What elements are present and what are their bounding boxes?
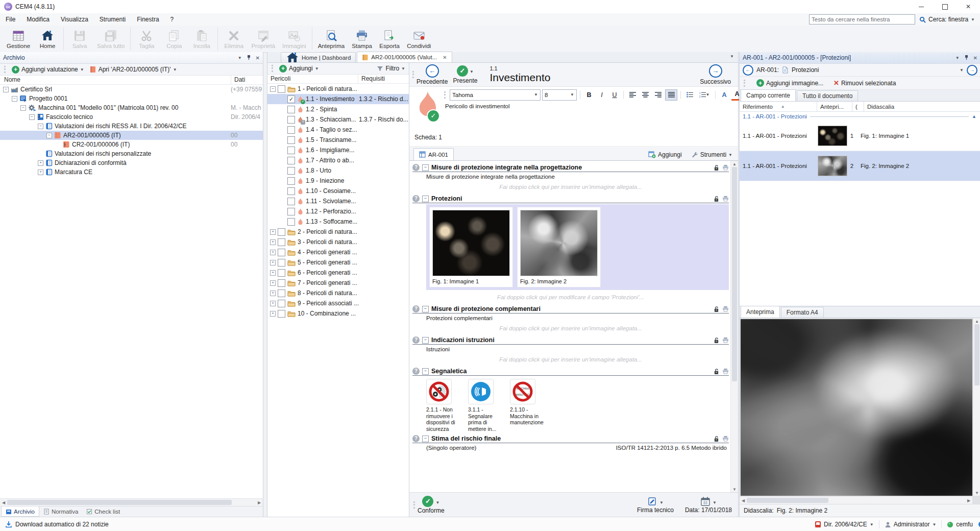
previous-button[interactable]: ← Precedente [416,64,448,85]
open-document-button[interactable]: Apri 'AR2-001/000005 (IT)' ▼ [88,65,179,74]
hazard-checkbox[interactable] [287,136,295,144]
incolla-button[interactable]: Incolla [188,26,215,52]
collapse-section-icon[interactable]: − [422,368,429,375]
filter-button[interactable]: Filtro ▼ [375,64,407,73]
lock-icon[interactable] [714,368,719,375]
back-field-icon[interactable]: ← [743,65,753,76]
scroll-right-icon[interactable]: ▶ [256,499,263,505]
collapse-section-icon[interactable]: − [422,337,429,344]
status-message[interactable]: Download automatico di 22 notizie [5,521,109,528]
proprietà-button[interactable]: Proprietà [248,26,279,52]
hazard-checkbox[interactable] [278,228,285,236]
column-requisiti[interactable]: Requisiti [358,75,385,83]
preview-vertical-scrollbar[interactable]: ▲ ▼ [973,318,980,496]
scroll-up-icon[interactable]: ▲ [973,318,980,324]
hazard-row[interactable]: −?1.3 - Schiacciam...1.3.7 - Rischi do..… [267,114,409,125]
collapse-icon[interactable]: − [20,105,26,111]
field-tab-ar001[interactable]: AR-001 [413,148,454,160]
copia-button[interactable]: Copia [160,26,188,52]
hazard-row[interactable]: +4 - Pericoli generati ... [267,247,409,257]
scrollbar-thumb[interactable] [747,498,828,503]
column-didascalia[interactable]: Didascalia [864,102,980,111]
hazard-row[interactable]: −1.13 - Soffocame... [267,216,409,227]
hazard-checkbox[interactable] [287,198,295,205]
hazard-row[interactable]: +3 - Pericoli di natura... [267,237,409,247]
hazard-row[interactable]: −1.4 - Taglio o sez... [267,125,409,135]
hazard-checkbox[interactable] [287,167,295,175]
field-add-button[interactable]: Aggiungi [647,151,683,159]
column-dati[interactable]: Dati [231,76,245,84]
bottom-tab-check-list[interactable]: Check list [82,506,124,517]
tree-row[interactable]: −Valutazioni dei rischi RESS All. I Dir.… [0,122,263,131]
print-section-icon[interactable] [722,196,729,202]
scroll-up-icon[interactable]: ▲ [731,161,738,167]
bold-button[interactable]: B [583,90,595,100]
hazard-row[interactable]: −✓✓1.1 - Investimento1.3.2 - Rischio d..… [267,94,409,104]
salva-tutto-button[interactable]: Salva tutto [93,26,128,52]
pin-icon[interactable] [964,55,969,61]
lock-icon[interactable] [714,164,719,171]
hazard-row[interactable]: −1.6 - Impigliame... [267,145,409,155]
hazard-checkbox[interactable] [278,289,285,297]
preview-tab[interactable]: Formato A4 [781,307,824,318]
double-click-hint[interactable]: Fai doppio click qui per inserire un'imm… [412,180,729,193]
tree-row[interactable]: −AR2-001/000005 (IT)00 [0,131,263,140]
help-icon[interactable]: ? [412,195,420,202]
collapse-section-icon[interactable]: − [422,436,429,442]
print-section-icon[interactable] [722,306,729,312]
menu-item-modifica[interactable]: Modifica [21,14,55,25]
hazard-row[interactable]: +9 - Pericoli associati ... [267,298,409,308]
align-left-icon[interactable] [627,90,638,100]
immagini-button[interactable]: Immagini [279,26,310,52]
search-input[interactable] [809,14,915,25]
hazard-checkbox[interactable] [287,126,295,134]
double-click-hint[interactable]: Fai doppio click qui per inserire un'imm… [412,321,729,334]
forward-field-icon[interactable]: → [967,65,977,76]
scrollbar-thumb[interactable] [732,167,737,381]
collapse-icon[interactable]: − [29,114,35,120]
expand-icon[interactable]: + [270,270,276,276]
hazard-description[interactable]: Pericoilo di investimentol [445,103,510,109]
font-size-select[interactable]: 8 ▼ [542,89,577,101]
chevron-down-icon[interactable]: ▼ [960,68,964,73]
safety-sign[interactable]: 2.1.1 - Non rimuovere i dispositivi di s… [426,379,463,432]
expand-icon[interactable]: + [270,239,276,245]
attached-image[interactable]: Fig. 2: Immagine 2 [517,207,601,287]
numbered-list-icon[interactable]: 12▼ [697,90,712,100]
column-riferimento[interactable]: Riferimento▲ [740,102,817,111]
hazard-row[interactable]: −1.9 - Iniezione [267,176,409,186]
taglia-button[interactable]: Taglia [133,26,160,52]
archive-horizontal-scrollbar[interactable]: ◀ ▶ [0,498,263,506]
hazard-row[interactable]: +10 - Combinazione ... [267,308,409,319]
font-grow-button[interactable]: A [719,90,730,100]
preview-image[interactable] [741,319,972,496]
italic-button[interactable]: I [596,90,607,100]
menu-item-strumenti[interactable]: Strumenti [94,14,131,25]
preview-horizontal-scrollbar[interactable]: ◀ ▶ [740,496,972,504]
hazard-row[interactable]: −1.5 - Trasciname... [267,135,409,145]
panel-menu-icon[interactable]: ▼ [238,56,242,60]
hazard-row[interactable]: −1.11 - Scivolame... [267,196,409,206]
field-tools-button[interactable]: Strumenti ▼ [690,151,734,159]
add-hazard-button[interactable]: + Aggiungi ▼ [278,64,321,73]
expand-icon[interactable]: + [270,250,276,255]
stampa-button[interactable]: Stampa [348,26,376,52]
esporta-button[interactable]: Esporta [376,26,403,52]
help-icon[interactable]: ? [412,435,420,442]
hazard-checkbox[interactable] [287,208,295,215]
collapse-icon[interactable]: − [12,96,17,102]
hazard-row[interactable]: −1 - Pericoli di natura... [267,84,409,94]
gallery-row[interactable]: 1.1 - AR-001 - Protezioni2Fig. 2: Immagi… [740,151,980,181]
tree-row[interactable]: +Dichiarazioni di conformità [0,158,263,167]
hazard-checkbox[interactable] [278,279,285,287]
lock-icon[interactable] [714,436,719,442]
scroll-left-icon[interactable]: ◀ [740,497,747,503]
hazard-row[interactable]: −1.12 - Perforazio... [267,206,409,216]
tree-row[interactable]: −Certifico Srl(+39 07559 [0,85,263,94]
tree-row[interactable]: −Progetto 0001 [0,94,263,103]
tree-row[interactable]: −Fascicolo tecnicoDir. 2006/4 [0,112,263,122]
collapse-section-icon[interactable]: − [422,196,429,202]
salva-button[interactable]: Salva [66,26,93,52]
column-anteprima[interactable]: Antepri... [817,102,852,111]
print-section-icon[interactable] [722,436,729,442]
